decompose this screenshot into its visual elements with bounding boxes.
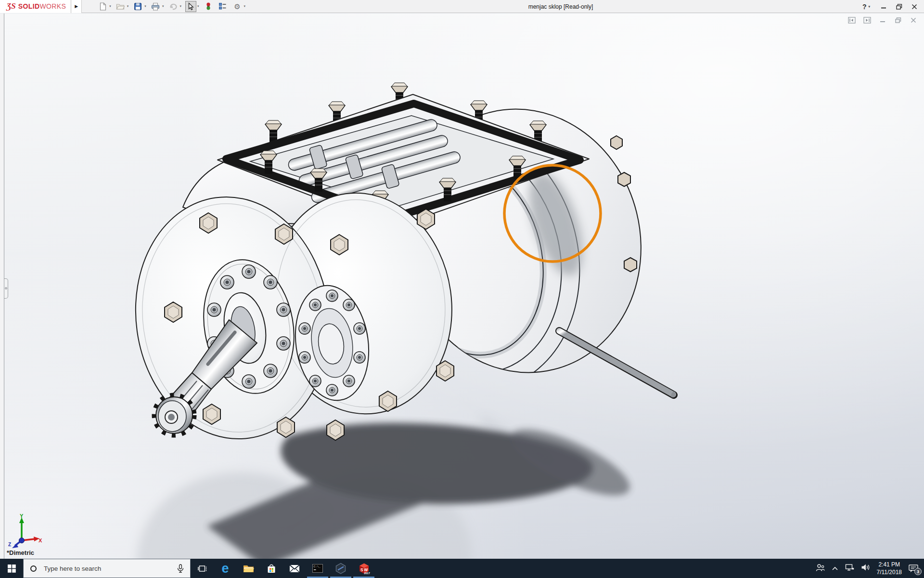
mail-button[interactable] <box>283 559 306 578</box>
file-properties-button[interactable] <box>216 0 229 12</box>
notification-badge: 3 <box>914 568 922 575</box>
tray-clock[interactable]: 2:41 PM 7/11/2018 <box>877 561 902 576</box>
titlebar: ƷS SOLID WORKS ▶ ▾ ▾ ▾ ▾ <box>0 0 924 13</box>
taskbar-apps: e C:\_ SW <box>191 559 375 578</box>
solidworks-2017-button[interactable]: SW 2017 <box>352 559 375 578</box>
solidworks-logo: ƷS SOLID WORKS <box>0 0 71 13</box>
open-button[interactable]: ▾ <box>114 0 130 12</box>
next-pane-button[interactable] <box>862 16 872 24</box>
command-prompt-icon: C:\_ <box>312 564 323 573</box>
tray-date: 7/11/2018 <box>877 568 902 576</box>
microphone-icon[interactable] <box>177 564 184 573</box>
taskbar-search[interactable] <box>23 559 191 578</box>
undo-button[interactable]: ▾ <box>167 0 183 12</box>
search-input[interactable] <box>43 565 177 573</box>
select-cursor-icon <box>186 1 196 12</box>
z-axis-label: Z <box>8 542 11 547</box>
graphics-viewport[interactable]: Y X Z *Dimetric <box>0 13 924 559</box>
panel-handle-dot <box>5 287 7 289</box>
file-properties-icon <box>218 1 228 12</box>
start-button[interactable] <box>0 559 23 578</box>
options-button[interactable]: ⚙ ▾ <box>231 0 247 12</box>
dropdown-caret[interactable]: ▾ <box>109 4 111 8</box>
file-explorer-icon <box>243 564 254 573</box>
restore-button[interactable] <box>891 0 907 13</box>
previous-pane-icon <box>848 17 856 24</box>
edge-button[interactable]: e <box>214 559 237 578</box>
doc-close-button[interactable] <box>909 16 918 24</box>
dropdown-caret[interactable]: ▾ <box>244 4 245 8</box>
side-rod <box>559 331 677 398</box>
dropdown-caret[interactable]: ▾ <box>180 4 181 8</box>
gear-icon: ⚙ <box>232 1 242 12</box>
system-tray: 2:41 PM 7/11/2018 3 <box>816 559 924 578</box>
help-icon: ? <box>862 3 867 11</box>
view-orientation-label: *Dimetric <box>7 549 34 556</box>
network-icon[interactable] <box>845 564 854 573</box>
task-view-icon <box>198 565 207 573</box>
edge-icon: e <box>221 562 229 575</box>
dropdown-caret[interactable]: ▾ <box>197 4 199 8</box>
gearbox-3d-model[interactable] <box>0 13 924 559</box>
print-icon <box>151 1 161 12</box>
task-view-button[interactable] <box>191 559 214 578</box>
x-axis-label: X <box>38 538 42 543</box>
solidworks-2017-icon: SW 2017 <box>358 563 370 575</box>
dassault-mark: ƷS <box>7 1 16 11</box>
dropdown-caret: ▾ <box>869 5 871 9</box>
print-button[interactable]: ▾ <box>149 0 166 12</box>
previous-pane-button[interactable] <box>847 16 857 24</box>
doc-minimize-icon <box>880 17 886 23</box>
dropdown-caret[interactable]: ▾ <box>144 4 146 8</box>
sw-year-label: 2017 <box>364 572 370 575</box>
menu-flyout-button[interactable]: ▶ <box>71 0 82 13</box>
doc-restore-icon <box>895 17 901 23</box>
close-icon <box>911 4 917 10</box>
close-button[interactable] <box>907 0 922 13</box>
people-button[interactable] <box>816 564 825 574</box>
cortana-icon <box>30 565 37 572</box>
doc-restore-button[interactable] <box>893 16 903 24</box>
new-document-button[interactable]: ▾ <box>96 0 113 12</box>
flyout-arrow-icon: ▶ <box>75 4 78 9</box>
doc-close-icon <box>911 17 916 23</box>
rebuild-button[interactable] <box>202 0 215 12</box>
hexagon-app-icon <box>335 563 346 574</box>
window-title: menjac sklop [Read-only] <box>528 0 593 13</box>
microsoft-store-button[interactable] <box>260 559 283 578</box>
select-tool-button[interactable]: ▾ <box>184 0 201 12</box>
open-folder-icon <box>116 1 126 12</box>
tray-time: 2:41 PM <box>877 561 902 568</box>
left-panel-rail <box>0 13 4 559</box>
dropdown-caret[interactable]: ▾ <box>127 4 129 8</box>
doc-minimize-button[interactable] <box>878 16 887 24</box>
file-explorer-button[interactable] <box>237 559 260 578</box>
quick-access-toolbar: ▾ ▾ ▾ ▾ ▾ ▾ <box>96 0 247 13</box>
cmd-label: C:\_ <box>314 565 321 568</box>
reference-triad: Y X Z <box>7 513 42 549</box>
command-prompt-button[interactable]: C:\_ <box>306 559 329 578</box>
dropdown-caret[interactable]: ▾ <box>162 4 164 8</box>
next-pane-icon <box>863 17 871 24</box>
tray-expand-chevron[interactable] <box>832 564 838 573</box>
document-window-controls <box>847 16 918 24</box>
triad-origin <box>19 538 25 543</box>
undo-arrow-icon <box>168 1 178 12</box>
save-floppy-icon <box>133 1 143 12</box>
hexagon-app-button[interactable] <box>329 559 352 578</box>
minimize-icon <box>881 4 886 10</box>
minimize-button[interactable] <box>876 0 891 13</box>
help-button[interactable]: ? ▾ <box>857 0 876 13</box>
store-icon <box>267 564 276 574</box>
save-button[interactable]: ▾ <box>131 0 148 12</box>
action-center-button[interactable]: 3 <box>909 564 918 573</box>
mail-icon <box>289 565 300 573</box>
volume-icon[interactable] <box>861 564 870 573</box>
app-window-controls: ? ▾ <box>857 0 922 13</box>
new-document-icon <box>98 1 108 12</box>
logo-text-bold: SOLID <box>18 2 40 10</box>
windows-logo-icon <box>8 565 16 573</box>
logo-text-light: WORKS <box>39 2 66 10</box>
featuremanager-collapsed-tab[interactable] <box>4 278 8 299</box>
y-axis-label: Y <box>20 513 24 519</box>
